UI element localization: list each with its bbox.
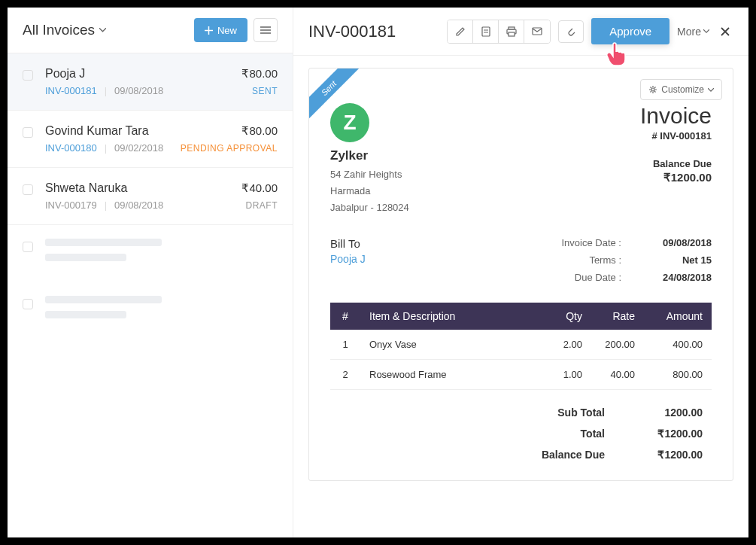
invoice-list-item[interactable]: Shweta Naruka ₹40.00 INV-000179 | 09/08/… [8, 168, 293, 225]
total-label: Sub Total [537, 406, 605, 419]
printer-icon [506, 26, 517, 37]
edit-button[interactable] [448, 20, 473, 43]
invoice-detail-title: INV-000181 [308, 22, 396, 41]
skeleton-item [8, 225, 293, 282]
email-button[interactable] [524, 20, 550, 43]
approve-button[interactable]: Approve [591, 18, 669, 44]
col-description: Item & Description [360, 303, 546, 330]
main-body: Sent Customize Z Zylker 54 Zahir Heights… [293, 56, 748, 537]
meta-value: Net 15 [651, 254, 712, 266]
total-row: Sub Total1200.00 [330, 402, 712, 423]
toolbar-group [447, 20, 551, 44]
svg-rect-3 [509, 32, 515, 36]
balance-due-label: Balance Due [640, 158, 712, 169]
more-label: More [677, 26, 701, 38]
line-items-table: # Item & Description Qty Rate Amount 1 O… [330, 303, 712, 390]
pointer-hand-icon [605, 41, 627, 69]
total-label: Balance Due [537, 449, 605, 461]
cell-rate: 40.00 [591, 360, 644, 390]
pencil-icon [455, 26, 466, 37]
invoice-amount: ₹40.00 [241, 181, 278, 195]
cell-rate: 200.00 [591, 330, 644, 360]
meta-row: Terms :Net 15 [554, 254, 712, 266]
pdf-button[interactable] [473, 20, 499, 43]
meta-label: Invoice Date : [554, 237, 621, 248]
sidebar: All Invoices New Pooja J ₹80.00 INV-0001… [8, 8, 293, 537]
invoice-amount: ₹80.00 [241, 124, 278, 138]
company-address: 54 Zahir Heights Harmada Jabalpur - 1280… [330, 166, 409, 216]
approve-label: Approve [609, 25, 651, 38]
col-rate: Rate [591, 303, 644, 330]
invoice-list: Pooja J ₹80.00 INV-000181 | 09/08/2018 S… [8, 53, 293, 537]
document-summary: Invoice # INV-000181 Balance Due ₹1200.0… [640, 103, 712, 216]
invoice-list-item[interactable]: Govind Kumar Tara ₹80.00 INV-000180 | 09… [8, 111, 293, 168]
table-row: 1 Onyx Vase 2.00 200.00 400.00 [330, 330, 712, 360]
invoice-customer-name: Pooja J [45, 67, 85, 81]
document-number: # INV-000181 [640, 130, 712, 142]
company-section: Z Zylker 54 Zahir Heights Harmada Jabalp… [330, 103, 712, 216]
mail-icon [532, 27, 542, 35]
col-index: # [330, 303, 360, 330]
invoice-card: Sent Customize Z Zylker 54 Zahir Heights… [308, 68, 733, 481]
svg-rect-0 [482, 27, 490, 36]
invoice-checkbox[interactable] [23, 127, 33, 138]
invoice-date: 09/02/2018 [114, 142, 163, 154]
col-qty: Qty [546, 303, 591, 330]
balance-due-amount: ₹1200.00 [640, 171, 712, 184]
invoice-number: INV-000179 [45, 199, 97, 211]
new-button-label: New [217, 25, 237, 36]
invoice-status: PENDING APPROVAL [181, 143, 278, 154]
invoice-list-item[interactable]: Pooja J ₹80.00 INV-000181 | 09/08/2018 S… [8, 53, 293, 111]
sidebar-title-text: All Invoices [23, 22, 95, 38]
cell-index: 1 [330, 330, 360, 360]
ribbon-text: Sent [309, 69, 360, 120]
attach-button[interactable] [558, 20, 584, 43]
company-name: Zylker [330, 148, 409, 163]
total-value: ₹1200.00 [642, 449, 703, 461]
totals-section: Sub Total1200.00Total₹1200.00Balance Due… [330, 402, 712, 465]
new-invoice-button[interactable]: New [194, 18, 247, 42]
plus-icon [205, 26, 213, 35]
invoice-status: DRAFT [246, 200, 278, 211]
meta-label: Terms : [554, 254, 621, 266]
customize-button[interactable]: Customize [640, 79, 722, 100]
list-options-button[interactable] [254, 18, 278, 42]
total-value: ₹1200.00 [642, 428, 703, 440]
invoice-number: INV-000181 [45, 85, 97, 96]
paperclip-icon [566, 26, 575, 37]
cell-amount: 800.00 [644, 360, 712, 390]
col-amount: Amount [644, 303, 712, 330]
sidebar-actions: New [194, 18, 278, 42]
table-row: 2 Rosewood Frame 1.00 40.00 800.00 [330, 360, 712, 390]
cell-qty: 1.00 [546, 360, 591, 390]
invoice-number: INV-000180 [45, 142, 97, 154]
invoice-status: SENT [252, 86, 278, 96]
hamburger-icon [260, 26, 271, 34]
cell-qty: 2.00 [546, 330, 591, 360]
print-button[interactable] [499, 20, 524, 43]
invoice-checkbox[interactable] [23, 70, 33, 81]
svg-point-5 [651, 88, 654, 91]
meta-row: Invoice Date :09/08/2018 [554, 237, 712, 248]
meta-row: Due Date :24/08/2018 [554, 272, 712, 283]
close-icon [720, 26, 730, 37]
invoice-customer-name: Govind Kumar Tara [45, 124, 149, 138]
total-row: Total₹1200.00 [330, 423, 712, 444]
cell-amount: 400.00 [644, 330, 712, 360]
cell-desc: Onyx Vase [360, 330, 546, 360]
customize-label: Customize [661, 84, 704, 95]
invoices-filter-dropdown[interactable]: All Invoices [23, 22, 106, 38]
billto: Bill To Pooja J [330, 237, 366, 289]
document-type: Invoice [640, 103, 712, 129]
invoice-amount: ₹80.00 [241, 67, 278, 81]
invoice-date: 09/08/2018 [114, 199, 163, 211]
invoice-checkbox[interactable] [23, 184, 33, 195]
skeleton-item [8, 282, 293, 339]
close-button[interactable] [717, 26, 733, 37]
status-ribbon: Sent [309, 69, 362, 121]
meta-value: 09/08/2018 [651, 237, 712, 248]
more-dropdown[interactable]: More [677, 26, 709, 38]
billto-customer[interactable]: Pooja J [330, 253, 366, 265]
invoice-meta: Invoice Date :09/08/2018Terms :Net 15Due… [554, 237, 712, 289]
billto-label: Bill To [330, 237, 366, 250]
